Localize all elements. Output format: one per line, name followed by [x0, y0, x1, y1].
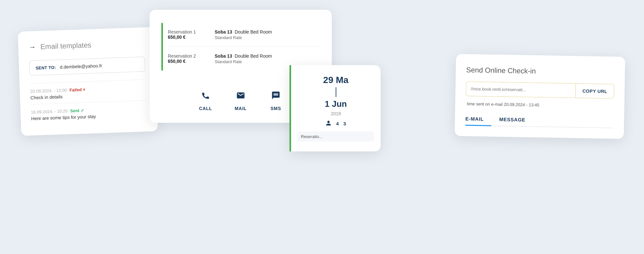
- res-price-1: 650,00 €: [168, 35, 207, 40]
- log-date-2: 16.09.2024. - 10:20: [31, 108, 68, 115]
- res-label-2: Reservation 2: [168, 53, 207, 59]
- url-row: COPY URL: [466, 81, 614, 99]
- mail-button[interactable]: MAIL: [233, 88, 248, 111]
- res-room-bold-2: Soba 13: [215, 53, 232, 59]
- res-details-1: Soba 13 Double Bed Room Standard Rate: [215, 29, 272, 40]
- sms-button[interactable]: SMS: [268, 88, 284, 111]
- cal-year: 2019: [298, 111, 374, 116]
- persons-count: 4: [336, 121, 339, 126]
- mail-label: MAIL: [235, 106, 247, 111]
- res-price-2: 650,00 €: [168, 59, 207, 64]
- res-label-1: Reservation 1: [168, 29, 207, 35]
- scene: → Email templates SENT TO: d.dembele@yah…: [0, 0, 644, 254]
- res-rate-1: Standard Rate: [215, 35, 272, 40]
- tab-message[interactable]: MESSAGE: [491, 113, 533, 127]
- checkin-card: Send Online Check-in COPY URL time sent …: [455, 54, 625, 139]
- res-room-1: Soba 13 Double Bed Room: [215, 29, 272, 35]
- mail-icon: [233, 88, 248, 103]
- tabs-row: E-MAIL MESSAGE: [465, 113, 614, 128]
- res-label-strip: Reseratio...: [298, 132, 374, 142]
- sent-info: time sent on e-mail 20.09.2024 - 13:45: [465, 101, 614, 109]
- calendar-card: 29 Ma 1 Jun 2019 4 3 Reseratio...: [289, 65, 381, 151]
- url-input[interactable]: [466, 82, 576, 98]
- date-separator: [336, 87, 336, 97]
- copy-url-button[interactable]: COPY URL: [575, 84, 614, 98]
- reservations-count: 3: [343, 121, 346, 126]
- email-templates-title: Email templates: [40, 41, 91, 51]
- email-templates-card: → Email templates SENT TO: d.dembele@yah…: [18, 27, 158, 136]
- date-block: 29 Ma 1 Jun 2019: [298, 75, 374, 116]
- card-header: → Email templates: [29, 39, 145, 51]
- person-icon: [326, 120, 331, 127]
- res-room-bold-1: Soba 13: [215, 29, 232, 35]
- checkin-title: Send Online Check-in: [466, 66, 614, 77]
- sms-label: SMS: [271, 106, 281, 111]
- log-item-2: 16.09.2024. - 10:20 Sent ✓ Here are some…: [31, 100, 147, 125]
- sent-to-box: SENT TO: d.dembele@yahoo.fr: [29, 57, 145, 76]
- failed-badge: Failed ×: [69, 87, 85, 92]
- sent-to-email: d.dembele@yahoo.fr: [60, 63, 102, 70]
- green-accent-bar: [161, 23, 163, 71]
- reservation-row-1: Reservation 1 650,00 € Soba 13 Double Be…: [168, 23, 320, 47]
- arrow-icon: →: [29, 43, 36, 52]
- sent-to-label: SENT TO:: [35, 65, 56, 70]
- call-button[interactable]: CALL: [198, 88, 213, 111]
- call-label: CALL: [199, 106, 212, 111]
- date-end: 1 Jun: [298, 99, 374, 109]
- sms-icon: [268, 88, 284, 103]
- call-icon: [198, 88, 213, 103]
- tab-email[interactable]: E-MAIL: [465, 113, 491, 126]
- res-room-2: Soba 13 Double Bed Room: [215, 53, 272, 59]
- persons-info: 4 3: [298, 120, 374, 127]
- date-start: 29 Ma: [298, 75, 374, 85]
- res-details-2: Soba 13 Double Bed Room Standard Rate: [215, 53, 272, 64]
- res-rate-2: Standard Rate: [215, 59, 272, 64]
- sent-badge: Sent ✓: [70, 108, 84, 113]
- log-date-1: 20.09.2024. - 12:00: [30, 88, 67, 94]
